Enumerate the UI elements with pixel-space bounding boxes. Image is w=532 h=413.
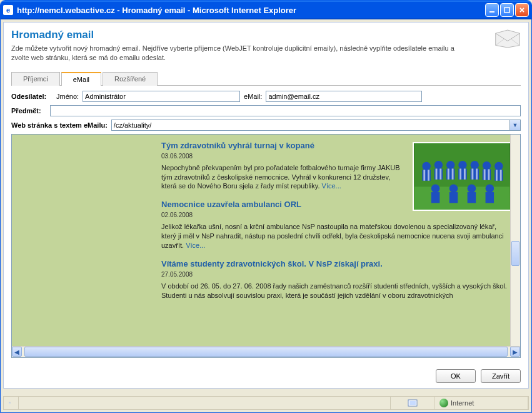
scroll-right-icon[interactable]: ▶ xyxy=(510,347,520,357)
close-dialog-button[interactable]: Zavřít xyxy=(481,369,521,383)
article-title[interactable]: Tým zdravotníků vyhrál turnaj v kopané xyxy=(161,141,405,150)
article-date: 02.06.2008 xyxy=(161,212,511,218)
svg-point-18 xyxy=(494,162,503,170)
titlebar[interactable]: e http://nemcl.webactive.cz - Hromadný e… xyxy=(1,1,531,19)
tab-rozsirene[interactable]: Rozšířené xyxy=(103,72,158,86)
more-link[interactable]: Více... xyxy=(186,242,205,249)
svg-rect-34 xyxy=(459,168,461,179)
svg-point-10 xyxy=(446,161,454,169)
input-subject[interactable] xyxy=(50,105,521,116)
title-text: http://nemcl.webactive.cz - Hromadný ema… xyxy=(17,6,485,15)
page-description: Zde můžete vytvořit nový hromadný email.… xyxy=(11,44,461,63)
svg-rect-31 xyxy=(439,168,441,179)
svg-rect-37 xyxy=(476,168,478,179)
article-title[interactable]: Vítáme studenty zdravotnických škol. V N… xyxy=(161,259,511,268)
horizontal-scrollbar[interactable]: ◀ ▶ xyxy=(12,346,520,357)
svg-rect-42 xyxy=(9,402,10,404)
minimize-button[interactable] xyxy=(485,3,499,17)
article-date: 27.05.2008 xyxy=(161,271,511,278)
svg-point-20 xyxy=(431,184,439,192)
svg-point-16 xyxy=(483,161,491,170)
svg-rect-38 xyxy=(484,169,486,180)
more-link[interactable]: Více... xyxy=(322,182,341,190)
ie-window: e http://nemcl.webactive.cz - Hromadný e… xyxy=(0,0,532,413)
svg-rect-44 xyxy=(409,401,416,405)
svg-point-24 xyxy=(468,184,476,192)
svg-rect-28 xyxy=(423,170,425,180)
article-teaser: Jelikož lékařka ušní, nosní a krční ambu… xyxy=(161,222,511,250)
svg-point-26 xyxy=(486,184,494,192)
scroll-left-icon[interactable]: ◀ xyxy=(12,347,22,357)
scroll-thumb[interactable] xyxy=(24,347,508,357)
label-sender: Odesílatel: xyxy=(11,93,53,100)
row-subject: Předmět: xyxy=(11,105,521,116)
statusbar: Internet xyxy=(3,396,529,410)
svg-rect-25 xyxy=(468,192,476,203)
article-teaser: Nepochybně překvapením byl pro pořadatel… xyxy=(161,163,405,191)
label-webpage: Web stránka s textem eMailu: xyxy=(11,121,108,129)
svg-rect-39 xyxy=(488,169,489,180)
article-3: Vítáme studenty zdravotnických škol. V N… xyxy=(161,259,511,300)
vertical-scrollbar[interactable] xyxy=(510,135,520,346)
tab-email[interactable]: eMail xyxy=(61,72,101,86)
scroll-thumb[interactable] xyxy=(511,241,519,266)
close-button[interactable] xyxy=(515,3,529,17)
dialog-content: Hromadný email Zde můžete vytvořit nový … xyxy=(3,22,529,389)
svg-rect-36 xyxy=(471,168,473,179)
label-name: Jméno: xyxy=(56,93,79,100)
ie-icon: e xyxy=(3,5,13,15)
status-zone: Internet xyxy=(434,397,528,409)
ok-button[interactable]: OK xyxy=(436,369,476,383)
tab-bar: Příjemci eMail Rozšířené xyxy=(11,71,521,86)
svg-rect-1 xyxy=(504,8,509,13)
dialog-buttons: OK Zavřít xyxy=(436,369,521,383)
article-date: 03.06.2008 xyxy=(161,153,405,160)
preview-left-column xyxy=(12,135,153,347)
svg-rect-27 xyxy=(486,192,494,203)
svg-marker-2 xyxy=(496,30,520,48)
preview-main-column: Tým zdravotníků vyhrál turnaj v kopané 0… xyxy=(153,135,520,347)
status-message xyxy=(19,397,391,409)
maximize-button[interactable] xyxy=(500,3,514,17)
svg-point-14 xyxy=(470,161,478,169)
svg-point-22 xyxy=(449,184,458,192)
svg-rect-40 xyxy=(496,170,498,180)
team-photo xyxy=(413,142,511,211)
tab-prijemci[interactable]: Příjemci xyxy=(11,72,60,86)
preview-pane: Tým zdravotníků vyhrál turnaj v kopané 0… xyxy=(11,134,521,358)
svg-point-12 xyxy=(458,161,466,169)
label-email: eMail: xyxy=(244,93,262,100)
svg-rect-32 xyxy=(448,168,449,179)
svg-rect-29 xyxy=(428,170,429,180)
svg-point-8 xyxy=(434,161,443,169)
dropdown-arrow-icon[interactable]: ▼ xyxy=(510,120,521,131)
row-webpage: Web stránka s textem eMailu: ▼ xyxy=(11,120,521,131)
article-teaser: V období od 26. 05. do 27. 06. 2008 řady… xyxy=(161,282,511,300)
status-misc xyxy=(391,397,434,409)
svg-rect-0 xyxy=(489,11,494,13)
row-sender: Odesílatel: Jméno: eMail: xyxy=(11,91,521,102)
label-subject: Předmět: xyxy=(11,107,46,115)
page-title: Hromadný email xyxy=(11,29,521,41)
input-webpage[interactable] xyxy=(111,120,510,131)
mail-icon xyxy=(494,29,521,49)
status-app-icon xyxy=(4,397,19,409)
svg-rect-23 xyxy=(449,192,458,203)
input-name[interactable] xyxy=(83,91,240,102)
svg-rect-21 xyxy=(431,192,439,203)
svg-rect-30 xyxy=(436,168,438,179)
svg-rect-4 xyxy=(414,186,509,210)
svg-rect-41 xyxy=(500,170,502,180)
svg-rect-35 xyxy=(464,168,466,179)
input-email[interactable] xyxy=(266,91,422,102)
status-zone-label: Internet xyxy=(451,399,474,407)
globe-icon xyxy=(439,399,448,407)
svg-rect-33 xyxy=(452,168,454,179)
svg-point-5 xyxy=(422,162,430,170)
